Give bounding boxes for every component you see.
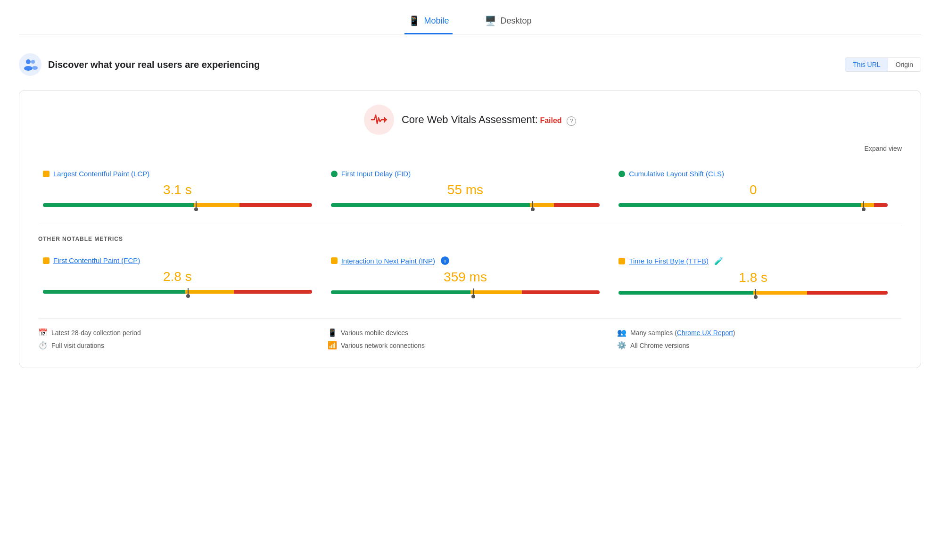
network-icon: 📶 [328, 341, 337, 350]
footer-samples: 👥 Many samples (Chrome UX Report) [617, 328, 902, 337]
fcp-bar-red [234, 290, 312, 294]
fid-bar-orange [530, 203, 554, 207]
ttfb-bar-track [618, 291, 888, 295]
cls-marker [863, 201, 864, 209]
avatar [19, 53, 41, 76]
fcp-marker [188, 288, 189, 296]
this-url-button[interactable]: This URL [845, 58, 888, 71]
lcp-bar-track [43, 203, 312, 207]
footer-chrome-versions: ⚙️ All Chrome versions [617, 341, 902, 350]
inp-bar-red [522, 290, 600, 294]
cls-label-row: Cumulative Layout Shift (CLS) [618, 170, 888, 178]
metric-cls: Cumulative Layout Shift (CLS) 0 [614, 160, 902, 216]
footer-samples-text: Many samples (Chrome UX Report) [630, 329, 735, 337]
card-footer: 📅 Latest 28-day collection period ⏱️ Ful… [38, 318, 902, 354]
cls-value: 0 [618, 182, 888, 198]
svg-point-1 [24, 66, 33, 71]
metric-fcp: First Contentful Paint (FCP) 2.8 s [38, 247, 326, 304]
fid-dot [331, 171, 338, 177]
lcp-bar-green [43, 203, 194, 207]
users-icon [23, 57, 38, 72]
inp-value: 359 ms [331, 270, 600, 285]
svg-marker-4 [384, 117, 387, 123]
lcp-bar [43, 203, 312, 207]
inp-name[interactable]: Interaction to Next Paint (INP) [341, 257, 435, 265]
cls-bar-red [874, 203, 888, 207]
ttfb-bar [618, 291, 888, 295]
footer-mobile-text: Various mobile devices [341, 329, 408, 337]
fid-bar-green [331, 203, 530, 207]
ttfb-bar-red [807, 291, 888, 295]
samples-icon: 👥 [617, 328, 627, 337]
expand-view-container: Expand view [38, 144, 902, 153]
svg-point-2 [31, 60, 35, 64]
ttfb-dot [618, 258, 625, 264]
footer-visit-durations: ⏱️ Full visit durations [38, 341, 323, 350]
ttfb-bar-orange [753, 291, 807, 295]
tab-desktop[interactable]: 🖥️ Desktop [481, 9, 535, 34]
fcp-value: 2.8 s [43, 269, 312, 284]
svg-point-0 [26, 59, 31, 64]
metric-fid: First Input Delay (FID) 55 ms [326, 160, 614, 216]
footer-collection-period: 📅 Latest 28-day collection period [38, 328, 323, 337]
desktop-icon: 🖥️ [485, 15, 496, 26]
fcp-dot [43, 257, 49, 264]
section-header-left: Discover what your real users are experi… [19, 53, 260, 76]
ttfb-name[interactable]: Time to First Byte (TTFB) [629, 257, 709, 265]
footer-col1: 📅 Latest 28-day collection period ⏱️ Ful… [38, 328, 323, 354]
fid-label-row: First Input Delay (FID) [331, 170, 600, 178]
tab-bar: 📱 Mobile 🖥️ Desktop [19, 9, 921, 34]
section-title: Discover what your real users are experi… [48, 59, 260, 70]
fid-bar-track [331, 203, 600, 207]
inp-label-row: Interaction to Next Paint (INP) i [331, 256, 600, 265]
footer-chrome-text: All Chrome versions [630, 342, 689, 349]
footer-collection-text: Latest 28-day collection period [51, 329, 141, 337]
page-wrapper: 📱 Mobile 🖥️ Desktop Discover what your r… [0, 0, 940, 378]
tab-mobile-label: Mobile [424, 16, 449, 26]
fcp-name[interactable]: First Contentful Paint (FCP) [53, 256, 140, 264]
assessment-title: Core Web Vitals Assessment: [402, 114, 538, 125]
core-metrics-grid: Largest Contentful Paint (LCP) 3.1 s Fir… [38, 160, 902, 216]
tab-mobile[interactable]: 📱 Mobile [404, 9, 453, 34]
other-metrics-label: OTHER NOTABLE METRICS [38, 236, 902, 242]
chrome-icon: ⚙️ [617, 341, 627, 350]
main-card: Core Web Vitals Assessment: Failed ? Exp… [19, 90, 921, 368]
fcp-bar-green [43, 290, 185, 294]
tab-desktop-label: Desktop [500, 16, 531, 26]
cls-bar-green [618, 203, 861, 207]
section-divider [38, 226, 902, 226]
footer-visit-text: Full visit durations [51, 342, 104, 349]
lcp-name[interactable]: Largest Contentful Paint (LCP) [53, 170, 149, 178]
other-metrics-grid: First Contentful Paint (FCP) 2.8 s Inter… [38, 247, 902, 304]
url-toggle: This URL Origin [845, 58, 921, 72]
section-header: Discover what your real users are experi… [19, 49, 921, 81]
metric-ttfb: Time to First Byte (TTFB) 🧪 1.8 s [614, 247, 902, 304]
fcp-bar-track [43, 290, 312, 294]
metric-lcp: Largest Contentful Paint (LCP) 3.1 s [38, 160, 326, 216]
ttfb-value: 1.8 s [618, 270, 888, 285]
cls-name[interactable]: Cumulative Layout Shift (CLS) [629, 170, 724, 178]
cls-bar [618, 203, 888, 207]
inp-bar-green [331, 290, 471, 294]
inp-marker [473, 288, 474, 296]
origin-button[interactable]: Origin [888, 58, 921, 71]
cls-dot [618, 171, 625, 177]
footer-network-text: Various network connections [341, 342, 425, 349]
lcp-label-row: Largest Contentful Paint (LCP) [43, 170, 312, 178]
lcp-marker [196, 201, 197, 209]
lcp-bar-red [239, 203, 312, 207]
fid-bar [331, 203, 600, 207]
help-icon[interactable]: ? [567, 116, 576, 126]
fid-bar-red [554, 203, 600, 207]
ekg-icon [371, 113, 388, 126]
calendar-icon: 📅 [38, 328, 48, 337]
fcp-bar-orange [185, 290, 234, 294]
chrome-ux-report-link[interactable]: Chrome UX Report [677, 329, 733, 337]
ttfb-label-row: Time to First Byte (TTFB) 🧪 [618, 256, 888, 265]
footer-mobile-devices: 📱 Various mobile devices [328, 328, 612, 337]
metric-inp: Interaction to Next Paint (INP) i 359 ms [326, 247, 614, 304]
fid-name[interactable]: First Input Delay (FID) [341, 170, 411, 178]
expand-view-link[interactable]: Expand view [865, 145, 902, 152]
svg-point-3 [32, 66, 38, 70]
inp-info-badge[interactable]: i [441, 256, 449, 265]
